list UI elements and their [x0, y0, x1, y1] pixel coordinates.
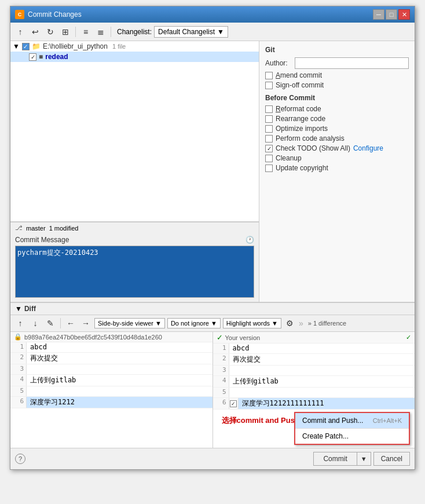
status-text: 1 modified: [49, 225, 79, 232]
line-num-2: 2: [10, 353, 27, 364]
right-line-num-3: 3: [213, 366, 229, 375]
rearrange-label: Rearrange code: [276, 115, 325, 123]
amend-label: Amend commit: [276, 71, 322, 79]
line-num-5: 5: [10, 386, 27, 396]
line-content-2: 再次提交: [27, 353, 212, 364]
signoff-label: Sign-off commit: [276, 81, 324, 89]
right-diff-line-1: 1 abcd: [213, 344, 415, 354]
file-tree: ▼ 📁 E:\holliebr_ui_python 1 file ■ redea…: [10, 41, 259, 222]
branch-icon: ⎇: [15, 224, 23, 232]
toolbar-undo-btn[interactable]: ↩: [29, 25, 42, 38]
checktodo-label: Check TODO (Show All): [276, 144, 350, 152]
right-line-num-5: 5: [213, 388, 229, 397]
commit-message-input[interactable]: pycharm提交-20210423: [15, 246, 254, 298]
toolbar-group-btn[interactable]: ⊞: [59, 25, 72, 38]
line-content-4: 上传到gitlab: [27, 375, 212, 386]
right-diff-line-3: 3: [213, 366, 415, 376]
root-checkbox[interactable]: [22, 43, 30, 50]
bottom-bar: ? Commit ▼ Cancel Commit and Push... Ctr…: [10, 448, 415, 469]
right-file-label: Your version: [225, 334, 261, 341]
file-checkbox[interactable]: [29, 53, 36, 61]
diff-line-6: 6 深度学习1212: [10, 397, 212, 408]
branch-status-bar: ⎇ master 1 modified: [10, 222, 259, 233]
help-button[interactable]: ?: [15, 454, 25, 464]
reformat-label: Reformat code: [276, 105, 321, 113]
main-window: C Commit Changes ─ □ ✕ ↑ ↩ ↻ ⊞ ≡ ≣ Chang…: [10, 6, 415, 470]
diff-line-5: 5: [10, 386, 212, 397]
toolbar-diff-btn[interactable]: ≣: [94, 25, 107, 38]
commit-button[interactable]: Commit: [313, 452, 356, 466]
toolbar-list-btn[interactable]: ≡: [79, 25, 92, 38]
right-line-num-1: 1: [213, 344, 229, 353]
diff-line-1: 1 abcd: [10, 342, 212, 353]
change-indicator: [229, 398, 239, 409]
diff-sep-1: [60, 318, 61, 328]
cancel-button[interactable]: Cancel: [373, 452, 410, 466]
toolbar-refresh-btn[interactable]: ↻: [44, 25, 57, 38]
right-line-num-4: 4: [213, 376, 229, 387]
maximize-button[interactable]: □: [386, 9, 397, 20]
commit-and-push-item[interactable]: Commit and Push... Ctrl+Alt+K: [295, 413, 409, 428]
diff-up-btn[interactable]: ↑: [14, 317, 27, 330]
hash-icon: ■: [39, 53, 43, 61]
commit-and-push-label: Commit and Push...: [302, 417, 363, 425]
right-line-num-2: 2: [213, 354, 229, 365]
rearrange-checkbox[interactable]: [265, 115, 273, 123]
amend-checkbox[interactable]: [265, 72, 273, 79]
perform-checkbox[interactable]: [265, 135, 273, 143]
line-num-1: 1: [10, 342, 27, 352]
titlebar: C Commit Changes ─ □ ✕: [10, 6, 415, 23]
ignore-dropdown[interactable]: Do not ignore ▼: [167, 318, 221, 328]
right-diff-line-2: 2 再次提交: [213, 354, 415, 366]
diff-header: ▼ Diff: [10, 303, 415, 315]
right-check-icon: ✓: [217, 333, 223, 342]
toolbar-up-btn[interactable]: ↑: [14, 25, 27, 38]
diff-settings-btn[interactable]: ⚙: [284, 317, 296, 330]
minimize-button[interactable]: ─: [373, 9, 384, 20]
reformat-checkbox[interactable]: [265, 105, 273, 113]
toolbar-separator: [75, 27, 76, 37]
commit-dropdown-button[interactable]: ▼: [357, 452, 371, 466]
author-input[interactable]: [295, 57, 409, 69]
diff-edit-btn[interactable]: ✎: [44, 317, 57, 330]
right-diff-line-5: 5: [213, 388, 415, 398]
line-num-6: 6: [10, 397, 27, 408]
create-patch-item[interactable]: Create Patch...: [295, 429, 409, 444]
line-num-4: 4: [10, 375, 27, 386]
line-content-6: 深度学习1212: [27, 397, 212, 408]
toolbar-separator-2: [111, 27, 111, 37]
configure-link[interactable]: Configure: [353, 144, 383, 152]
diff-info: » 1 difference: [308, 320, 346, 327]
right-panel: Git Author: Amend commit Sign-off commit…: [259, 41, 415, 302]
highlight-arrow-icon: ▼: [272, 320, 278, 327]
signoff-checkbox[interactable]: [265, 82, 273, 89]
copyright-checkbox[interactable]: [265, 165, 273, 172]
diff-next-btn[interactable]: →: [79, 317, 92, 330]
diff-down-btn[interactable]: ↓: [29, 317, 42, 330]
cleanup-checkbox[interactable]: [265, 155, 273, 162]
diff-left-pane: 🔒 b989a76ea247b0bee65df2c5439f10d48da1e2…: [10, 332, 212, 448]
tree-file-item[interactable]: ■ redead: [10, 52, 259, 62]
tree-root-item[interactable]: ▼ 📁 E:\holliebr_ui_python 1 file: [10, 41, 259, 52]
commit-message-label: Commit Message: [15, 236, 69, 244]
tree-arrow-icon: ▼: [13, 42, 20, 50]
signoff-row: Sign-off commit: [265, 81, 409, 89]
commit-button-group: Commit ▼: [313, 452, 371, 466]
copyright-label: Update copyright: [276, 164, 328, 172]
highlight-dropdown[interactable]: Highlight words ▼: [223, 318, 281, 328]
left-panel: ▼ 📁 E:\holliebr_ui_python 1 file ■ redea…: [10, 41, 259, 302]
changelist-arrow-icon: ▼: [217, 28, 224, 36]
help-label: ?: [19, 455, 22, 462]
change-checkbox[interactable]: [230, 400, 237, 407]
checktodo-checkbox[interactable]: [265, 145, 273, 152]
optimize-checkbox[interactable]: [265, 125, 273, 133]
close-button[interactable]: ✕: [398, 9, 410, 20]
right-line-content-2: 再次提交: [229, 354, 415, 365]
viewer-dropdown[interactable]: Side-by-side viewer ▼: [94, 318, 165, 328]
right-diff-line-4: 4 上传到gitlab: [213, 376, 415, 388]
main-content: ▼ 📁 E:\holliebr_ui_python 1 file ■ redea…: [10, 41, 415, 302]
folder-icon: 📁: [32, 42, 41, 50]
diff-prev-btn[interactable]: ←: [64, 317, 77, 330]
changelist-dropdown[interactable]: Default Changelist ▼: [154, 26, 228, 38]
cleanup-label: Cleanup: [276, 154, 302, 162]
